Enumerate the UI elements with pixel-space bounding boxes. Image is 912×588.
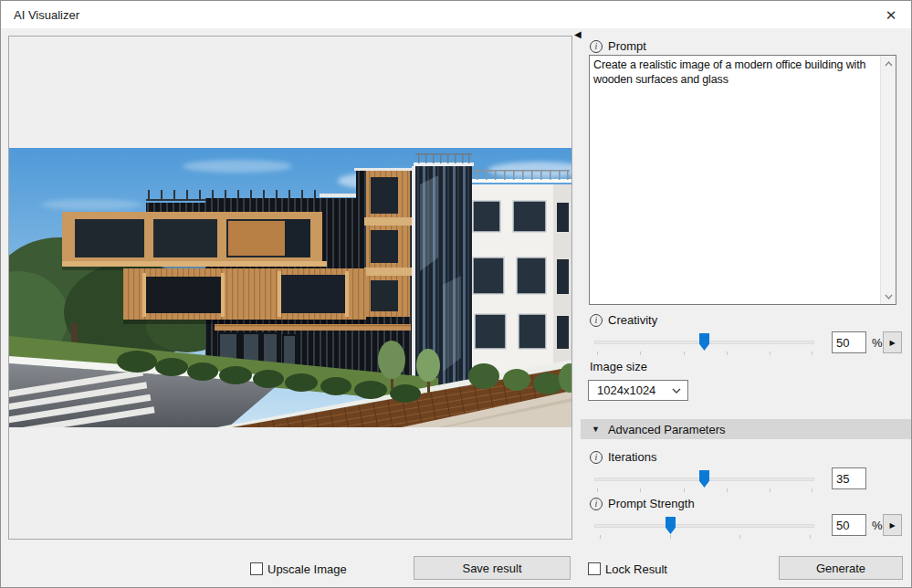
lock-result-checkbox[interactable] — [588, 562, 601, 575]
scroll-up-icon[interactable] — [881, 56, 896, 71]
creativity-value-input[interactable] — [832, 331, 866, 353]
chevron-down-icon — [672, 388, 687, 394]
close-icon[interactable]: ✕ — [880, 5, 902, 26]
prompt-textarea[interactable]: Create a realistic image of a modern off… — [589, 55, 896, 305]
generate-button[interactable]: Generate — [779, 556, 903, 580]
prompt-text[interactable]: Create a realistic image of a modern off… — [590, 56, 880, 304]
info-icon: i — [590, 40, 603, 53]
lock-result-label: Lock Result — [605, 562, 667, 576]
prompt-strength-value-input[interactable] — [832, 514, 866, 536]
creativity-step-button[interactable]: ▶ — [883, 331, 902, 353]
image-size-label: Image size — [590, 360, 647, 373]
iterations-label: Iterations — [608, 450, 656, 464]
prompt-strength-step-button[interactable]: ▶ — [883, 514, 902, 536]
white-building — [463, 170, 571, 381]
window-title: AI Visualizer — [14, 8, 79, 22]
prompt-strength-unit: % — [872, 519, 883, 532]
iterations-slider[interactable] — [594, 469, 814, 493]
creativity-unit: % — [872, 336, 883, 350]
creativity-slider[interactable] — [594, 332, 814, 356]
collapse-panel-icon[interactable]: ◀ — [574, 29, 582, 40]
save-result-button[interactable]: Save result — [414, 556, 571, 580]
creativity-label: Creativity — [608, 313, 657, 327]
slider-rail[interactable] — [594, 524, 814, 528]
image-size-selected: 1024x1024 — [589, 383, 672, 397]
prompt-strength-label: Prompt Strength — [608, 497, 695, 510]
creativity-label-row: i Creativity — [590, 313, 657, 327]
image-size-dropdown[interactable]: 1024x1024 — [588, 380, 688, 401]
prompt-label-row: i Prompt — [590, 39, 646, 53]
upscale-image-label: Upscale Image — [267, 562, 347, 576]
iterations-value-input[interactable] — [832, 467, 866, 489]
prompt-strength-slider[interactable] — [594, 516, 814, 540]
expander-down-icon[interactable]: ▼ — [592, 425, 600, 434]
scroll-down-icon[interactable] — [881, 289, 896, 304]
info-icon: i — [590, 498, 603, 510]
advanced-parameters-header[interactable]: ▼ Advanced Parameters — [581, 419, 912, 439]
prompt-strength-slider-thumb[interactable] — [666, 517, 676, 534]
prompt-label: Prompt — [608, 39, 646, 53]
advanced-parameters-label: Advanced Parameters — [608, 423, 726, 436]
ai-visualizer-window: AI Visualizer ✕ — [0, 0, 912, 588]
iterations-slider-thumb[interactable] — [699, 470, 709, 488]
prompt-scrollbar[interactable] — [880, 56, 896, 304]
title-bar: AI Visualizer ✕ — [1, 1, 911, 28]
info-icon: i — [590, 451, 603, 464]
prompt-strength-label-row: i Prompt Strength — [590, 497, 695, 510]
iterations-label-row: i Iterations — [590, 450, 656, 464]
upscale-image-checkbox[interactable] — [250, 562, 263, 575]
creativity-slider-thumb[interactable] — [699, 333, 709, 351]
info-icon: i — [590, 314, 603, 327]
generated-image — [9, 148, 571, 427]
